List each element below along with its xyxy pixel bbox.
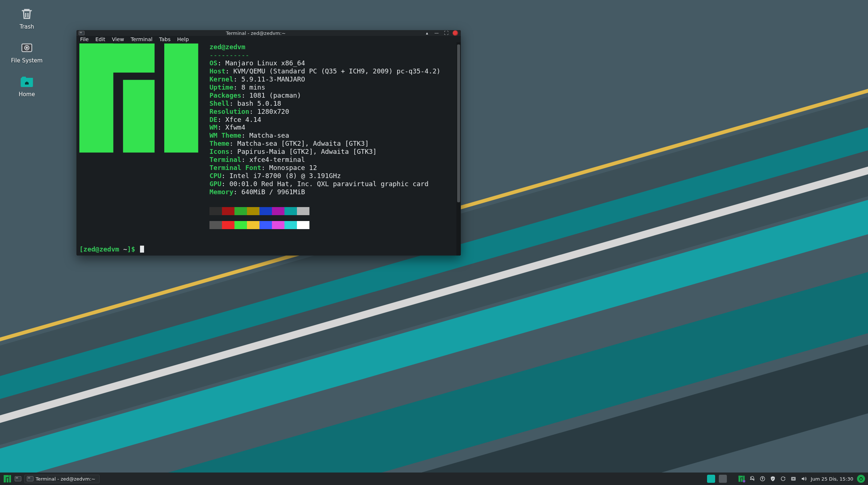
taskbar-active-label: Terminal - zed@zedvm:~ (36, 476, 96, 482)
volume-icon[interactable] (800, 475, 807, 482)
menu-help[interactable]: Help (177, 36, 189, 42)
window-title: Terminal - zed@zedvm:~ (87, 30, 424, 36)
svg-rect-9 (7, 478, 8, 482)
workspace-2-button[interactable] (719, 475, 727, 483)
window-app-icon (79, 31, 85, 35)
window-titlebar[interactable]: Terminal - zed@zedvm:~ ▴ — ⛶ (76, 30, 461, 36)
svg-rect-10 (9, 475, 11, 482)
power-icon[interactable] (857, 475, 865, 483)
desktop-icon-trash[interactable]: Trash (7, 7, 47, 30)
menubar: File Edit View Terminal Tabs Help (76, 36, 461, 42)
desktop-icon-label: Home (19, 91, 35, 98)
window-maximize-icon[interactable]: ⛶ (443, 30, 449, 36)
taskbar: Terminal - zed@zedvm:~ Jum 25 Dis, 15 (0, 473, 868, 485)
trash-icon (19, 7, 34, 21)
system-tray: Jum 25 Dis, 15:30 (707, 475, 865, 483)
svg-rect-12 (739, 476, 743, 478)
cursor-block (140, 246, 144, 253)
neofetch-output: zed@zedvm ---------- OS: Manjaro Linux x… (209, 43, 458, 229)
window-controls: ▴ — ⛶ (424, 30, 459, 36)
menu-terminal[interactable]: Terminal (131, 36, 153, 42)
neofetch-logo (79, 43, 201, 229)
network-icon[interactable] (790, 475, 797, 482)
window-minimize-icon[interactable]: — (434, 30, 440, 36)
menu-tabs[interactable]: Tabs (159, 36, 171, 42)
workspace-1-button[interactable] (707, 475, 715, 483)
window-up-icon[interactable]: ▴ (424, 30, 430, 36)
disk-icon (19, 40, 34, 55)
notifications-icon[interactable] (749, 475, 756, 482)
desktop-icon-label: Trash (19, 23, 34, 30)
desktop-icon-label: File System (11, 57, 43, 64)
window-close-icon[interactable] (453, 30, 458, 36)
terminal-body[interactable]: zed@zedvm ---------- OS: Manjaro Linux x… (76, 42, 461, 256)
manjaro-tray-icon[interactable] (738, 475, 745, 482)
svg-rect-18 (792, 478, 795, 479)
terminal-scrollbar[interactable] (456, 42, 461, 256)
taskbar-clock[interactable]: Jum 25 Dis, 15:30 (811, 476, 853, 482)
svg-rect-13 (741, 478, 743, 482)
svg-rect-8 (4, 475, 9, 477)
taskbar-terminal-launcher-icon[interactable] (15, 476, 21, 481)
updates-icon[interactable] (759, 475, 766, 482)
svg-point-15 (743, 480, 746, 482)
home-folder-icon (19, 74, 34, 89)
svg-point-2 (26, 47, 28, 48)
svg-rect-6 (164, 43, 198, 152)
svg-rect-5 (123, 80, 155, 152)
shield-icon[interactable] (770, 475, 776, 482)
menu-edit[interactable]: Edit (95, 36, 105, 42)
clipboard-icon[interactable] (780, 475, 786, 482)
svg-rect-4 (79, 43, 155, 72)
desktop-icon-file-system[interactable]: File System (7, 40, 47, 64)
menu-file[interactable]: File (80, 36, 89, 42)
desktop-icons: Trash File System Home (7, 7, 47, 98)
terminal-window: Terminal - zed@zedvm:~ ▴ — ⛶ File Edit V… (76, 30, 461, 256)
start-menu-icon[interactable] (3, 474, 12, 483)
taskbar-active-window[interactable]: Terminal - zed@zedvm:~ (24, 475, 100, 483)
terminal-icon (27, 476, 33, 481)
menu-view[interactable]: View (112, 36, 124, 42)
desktop-icon-home[interactable]: Home (7, 74, 47, 98)
shell-prompt: [zed@zedvm ~]$ (79, 245, 458, 253)
